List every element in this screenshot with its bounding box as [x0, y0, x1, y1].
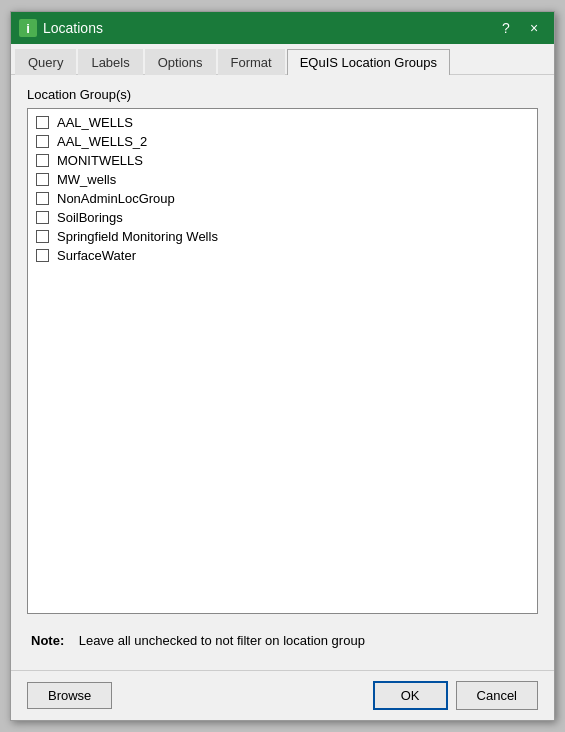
list-item-text: Springfield Monitoring Wells — [57, 229, 218, 244]
list-item[interactable]: SurfaceWater — [32, 246, 533, 265]
tabs-bar: Query Labels Options Format EQuIS Locati… — [11, 44, 554, 75]
cancel-button[interactable]: Cancel — [456, 681, 538, 710]
footer: Browse OK Cancel — [11, 670, 554, 720]
list-item-text: SurfaceWater — [57, 248, 136, 263]
window-title: Locations — [43, 20, 494, 36]
list-item[interactable]: NonAdminLocGroup — [32, 189, 533, 208]
tab-equis-location-groups[interactable]: EQuIS Location Groups — [287, 49, 450, 75]
app-icon: i — [19, 19, 37, 37]
list-item[interactable]: Springfield Monitoring Wells — [32, 227, 533, 246]
content-area: Location Group(s) AAL_WELLSAAL_WELLS_2MO… — [11, 75, 554, 670]
list-item-text: NonAdminLocGroup — [57, 191, 175, 206]
list-item[interactable]: MONITWELLS — [32, 151, 533, 170]
list-item[interactable]: AAL_WELLS_2 — [32, 132, 533, 151]
list-item-checkbox[interactable] — [36, 211, 49, 224]
browse-button[interactable]: Browse — [27, 682, 112, 709]
note-text: Leave all unchecked to not filter on loc… — [79, 633, 365, 648]
list-item-text: AAL_WELLS — [57, 115, 133, 130]
title-bar-buttons: ? × — [494, 18, 546, 38]
list-item[interactable]: AAL_WELLS — [32, 113, 533, 132]
list-item[interactable]: SoilBorings — [32, 208, 533, 227]
list-item-checkbox[interactable] — [36, 230, 49, 243]
list-item-text: MW_wells — [57, 172, 116, 187]
tab-labels[interactable]: Labels — [78, 49, 142, 75]
list-item-text: MONITWELLS — [57, 153, 143, 168]
close-button[interactable]: × — [522, 18, 546, 38]
help-button[interactable]: ? — [494, 18, 518, 38]
list-item-checkbox[interactable] — [36, 192, 49, 205]
location-groups-listbox[interactable]: AAL_WELLSAAL_WELLS_2MONITWELLSMW_wellsNo… — [27, 108, 538, 614]
footer-center-buttons: OK Cancel — [373, 681, 538, 710]
title-bar: i Locations ? × — [11, 12, 554, 44]
list-item-checkbox[interactable] — [36, 154, 49, 167]
list-item[interactable]: MW_wells — [32, 170, 533, 189]
note-section: Note: Leave all unchecked to not filter … — [27, 624, 538, 658]
ok-button[interactable]: OK — [373, 681, 448, 710]
group-label: Location Group(s) — [27, 87, 538, 102]
tab-options[interactable]: Options — [145, 49, 216, 75]
list-item-text: AAL_WELLS_2 — [57, 134, 147, 149]
locations-window: i Locations ? × Query Labels Options For… — [10, 11, 555, 721]
tab-format[interactable]: Format — [218, 49, 285, 75]
list-item-checkbox[interactable] — [36, 249, 49, 262]
list-item-checkbox[interactable] — [36, 173, 49, 186]
list-item-text: SoilBorings — [57, 210, 123, 225]
tab-query[interactable]: Query — [15, 49, 76, 75]
note-label: Note: — [31, 633, 64, 648]
list-item-checkbox[interactable] — [36, 135, 49, 148]
list-item-checkbox[interactable] — [36, 116, 49, 129]
